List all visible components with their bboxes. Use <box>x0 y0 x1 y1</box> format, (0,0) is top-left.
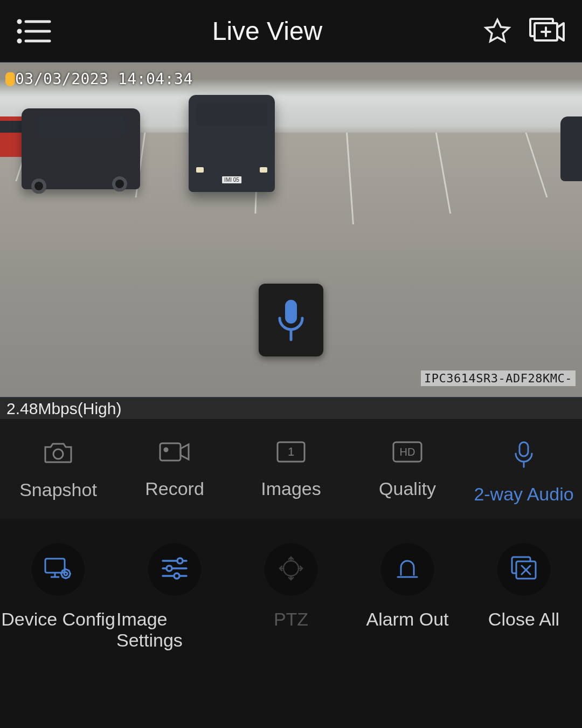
svg-point-2 <box>18 30 20 32</box>
svg-point-0 <box>18 20 20 23</box>
quality-label: Quality <box>379 478 436 499</box>
ptz-label: PTZ <box>274 609 308 630</box>
svg-text:HD: HD <box>400 446 415 458</box>
images-icon: 1 <box>276 441 306 465</box>
svg-point-4 <box>18 40 20 42</box>
record-button[interactable]: Record <box>116 441 233 499</box>
camera-icon <box>43 441 73 466</box>
alarm-icon <box>394 555 420 583</box>
images-label: Images <box>261 478 321 499</box>
quality-button[interactable]: HD Quality <box>349 441 466 499</box>
svg-point-25 <box>64 572 67 575</box>
video-icon <box>158 441 191 465</box>
microphone-icon <box>513 441 535 471</box>
image-settings-label: Image Settings <box>116 609 233 651</box>
svg-rect-19 <box>519 442 528 456</box>
favorite-icon[interactable] <box>483 17 512 46</box>
images-button[interactable]: 1 Images <box>233 441 349 499</box>
page-title: Live View <box>52 16 483 46</box>
close-all-label: Close All <box>488 609 559 630</box>
camera-live-view[interactable]: IMI 05 03/03/2023 14:04:34 IPC3614SR3-AD… <box>0 62 582 397</box>
device-config-button[interactable]: Device Config <box>0 543 116 630</box>
svg-point-37 <box>167 566 172 571</box>
svg-point-35 <box>177 558 183 564</box>
toolbar-primary: Snapshot Record 1 Images HD Qualit <box>0 419 582 519</box>
svg-line-33 <box>62 576 63 578</box>
ptz-icon <box>277 554 305 585</box>
alarm-out-label: Alarm Out <box>366 609 448 630</box>
svg-text:1: 1 <box>288 445 294 458</box>
sliders-icon <box>161 557 189 582</box>
push-to-talk-button[interactable] <box>259 284 323 356</box>
hd-icon: HD <box>392 441 423 465</box>
timestamp-overlay: 03/03/2023 14:04:34 <box>5 70 193 88</box>
camera-model-overlay: IPC3614SR3-ADF28KMC- <box>421 370 576 386</box>
svg-point-12 <box>53 449 63 459</box>
toolbar-secondary: Device Config Image Settings <box>0 519 582 724</box>
car <box>560 116 582 181</box>
svg-rect-13 <box>160 443 181 461</box>
two-way-audio-button[interactable]: 2-way Audio <box>466 441 582 505</box>
car: IMI 05 <box>189 95 275 192</box>
svg-line-32 <box>68 570 70 571</box>
svg-line-31 <box>68 576 70 578</box>
svg-point-39 <box>174 573 179 579</box>
mic-active-icon <box>5 72 15 86</box>
timestamp-text: 03/03/2023 14:04:34 <box>15 70 193 88</box>
app-header: Live View <box>0 0 582 62</box>
snapshot-label: Snapshot <box>19 479 97 500</box>
car <box>22 108 140 189</box>
svg-point-14 <box>164 448 168 451</box>
ptz-button: PTZ <box>233 543 349 630</box>
alarm-out-button[interactable]: Alarm Out <box>349 543 466 630</box>
two-way-audio-label: 2-way Audio <box>474 484 573 505</box>
monitor-gear-icon <box>43 555 73 583</box>
svg-rect-10 <box>285 300 297 324</box>
snapshot-button[interactable]: Snapshot <box>0 441 116 500</box>
add-camera-icon[interactable] <box>527 17 566 46</box>
device-config-label: Device Config <box>1 609 115 630</box>
menu-icon[interactable] <box>16 18 52 44</box>
close-all-button[interactable]: Close All <box>466 543 582 630</box>
svg-line-30 <box>62 570 63 571</box>
bitrate-label: 2.48Mbps(High) <box>0 397 582 419</box>
record-label: Record <box>145 478 204 499</box>
image-settings-button[interactable]: Image Settings <box>116 543 233 651</box>
close-all-icon <box>509 555 539 584</box>
